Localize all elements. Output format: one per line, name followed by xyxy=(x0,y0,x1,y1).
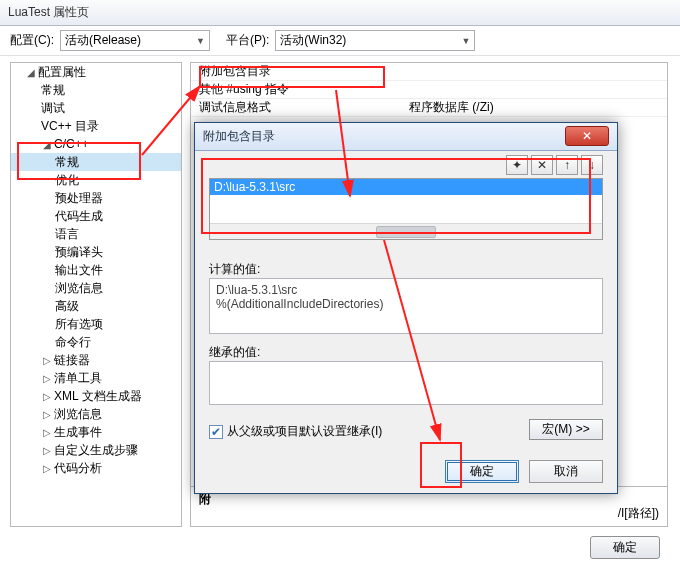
ok-button[interactable]: 确定 xyxy=(590,536,660,559)
collapse-icon: ◢ xyxy=(25,67,36,78)
dialog-titlebar[interactable]: 附加包含目录 xyxy=(195,123,617,151)
tree-item[interactable]: 常规 xyxy=(11,81,181,99)
tree-cc-root[interactable]: ◢C/C++ xyxy=(11,135,181,153)
tree-item-selected[interactable]: 常规 xyxy=(11,153,181,171)
dialog-cancel-button[interactable]: 取消 xyxy=(529,460,603,483)
tree-item[interactable]: 代码生成 xyxy=(11,207,181,225)
tree-item[interactable]: ▷生成事件 xyxy=(11,423,181,441)
expand-icon: ▷ xyxy=(41,409,52,420)
close-icon: ✕ xyxy=(582,129,592,143)
prop-value: 程序数据库 (/Zi) xyxy=(409,99,494,116)
new-folder-icon: ✦ xyxy=(512,158,522,172)
inherited-label: 继承的值: xyxy=(209,344,260,361)
prop-row[interactable]: 其他 #using 指令 xyxy=(191,81,667,99)
tree-item[interactable]: ▷浏览信息 xyxy=(11,405,181,423)
arrow-down-icon: ↓ xyxy=(589,158,595,172)
prop-row[interactable]: 调试信息格式 程序数据库 (/Zi) xyxy=(191,99,667,117)
tree-item[interactable]: 优化 xyxy=(11,171,181,189)
tree-item[interactable]: ▷自定义生成步骤 xyxy=(11,441,181,459)
platform-combo[interactable]: 活动(Win32) ▼ xyxy=(275,30,475,51)
window-title: LuaTest 属性页 xyxy=(8,4,89,21)
tree-item[interactable]: ▷XML 文档生成器 xyxy=(11,387,181,405)
delete-line-button[interactable]: ✕ xyxy=(531,155,553,175)
button-row: 确定 xyxy=(590,536,660,559)
dialog-button-row: 确定 取消 xyxy=(445,460,603,483)
inherit-checkbox-row[interactable]: ✔ 从父级或项目默认设置继承(I) xyxy=(209,423,382,440)
arrow-up-icon: ↑ xyxy=(564,158,570,172)
expand-icon: ▷ xyxy=(41,355,52,366)
calc-line: D:\lua-5.3.1\src xyxy=(216,283,596,297)
expand-icon: ▷ xyxy=(41,427,52,438)
config-label: 配置(C): xyxy=(10,32,54,49)
calculated-label: 计算的值: xyxy=(209,261,260,278)
tree-item[interactable]: ▷清单工具 xyxy=(11,369,181,387)
delete-icon: ✕ xyxy=(537,158,547,172)
checkbox-label: 从父级或项目默认设置继承(I) xyxy=(227,423,382,440)
list-item-selected[interactable]: D:\lua-5.3.1\src xyxy=(210,179,602,195)
tree-item[interactable]: 调试 xyxy=(11,99,181,117)
tree-item[interactable]: VC++ 目录 xyxy=(11,117,181,135)
dialog-title: 附加包含目录 xyxy=(203,128,275,145)
close-button[interactable]: ✕ xyxy=(565,126,609,146)
calc-line: %(AdditionalIncludeDirectories) xyxy=(216,297,596,311)
scroll-thumb[interactable] xyxy=(376,226,436,238)
new-line-button[interactable]: ✦ xyxy=(506,155,528,175)
tree-item[interactable]: 输出文件 xyxy=(11,261,181,279)
horizontal-scrollbar[interactable] xyxy=(210,223,602,239)
tree-item[interactable]: 预编译头 xyxy=(11,243,181,261)
calculated-box: D:\lua-5.3.1\src %(AdditionalIncludeDire… xyxy=(209,278,603,334)
move-down-button[interactable]: ↓ xyxy=(581,155,603,175)
expand-icon: ▷ xyxy=(41,373,52,384)
tree-item[interactable]: 高级 xyxy=(11,297,181,315)
prop-key: 调试信息格式 xyxy=(199,99,409,116)
expand-icon: ▷ xyxy=(41,463,52,474)
dialog-toolbar: ✦ ✕ ↑ ↓ xyxy=(506,155,603,175)
prop-row[interactable]: 附加包含目录 xyxy=(191,63,667,81)
directories-listbox[interactable]: D:\lua-5.3.1\src xyxy=(209,178,603,240)
include-dirs-dialog: 附加包含目录 ✕ ✦ ✕ ↑ ↓ D:\lua-5.3.1\src 计算的值: … xyxy=(194,122,618,494)
config-combo[interactable]: 活动(Release) ▼ xyxy=(60,30,210,51)
platform-value: 活动(Win32) xyxy=(280,32,457,49)
prop-key: 其他 #using 指令 xyxy=(199,81,409,98)
chevron-down-icon: ▼ xyxy=(457,36,470,46)
check-icon: ✔ xyxy=(211,425,221,439)
tree-item[interactable]: 预处理器 xyxy=(11,189,181,207)
tree-item[interactable]: 所有选项 xyxy=(11,315,181,333)
tree-root[interactable]: ◢配置属性 xyxy=(11,63,181,81)
tree-item[interactable]: 命令行 xyxy=(11,333,181,351)
tree-item[interactable]: ▷代码分析 xyxy=(11,459,181,477)
config-value: 活动(Release) xyxy=(65,32,192,49)
collapse-icon: ◢ xyxy=(41,139,52,150)
expand-icon: ▷ xyxy=(41,391,52,402)
tree-item[interactable]: 浏览信息 xyxy=(11,279,181,297)
config-tree[interactable]: ◢配置属性 常规 调试 VC++ 目录 ◢C/C++ 常规 优化 预处理器 代码… xyxy=(10,62,182,527)
tree-item[interactable]: ▷链接器 xyxy=(11,351,181,369)
window-titlebar: LuaTest 属性页 xyxy=(0,0,680,26)
hint-prefix: 附 xyxy=(199,492,211,506)
move-up-button[interactable]: ↑ xyxy=(556,155,578,175)
config-row: 配置(C): 活动(Release) ▼ 平台(P): 活动(Win32) ▼ xyxy=(0,26,680,56)
inherited-box xyxy=(209,361,603,405)
dialog-ok-button[interactable]: 确定 xyxy=(445,460,519,483)
tree-item[interactable]: 语言 xyxy=(11,225,181,243)
checkbox-checked[interactable]: ✔ xyxy=(209,425,223,439)
prop-key: 附加包含目录 xyxy=(199,63,409,80)
macro-button[interactable]: 宏(M) >> xyxy=(529,419,603,440)
hint-suffix: /I[路径]) xyxy=(618,505,659,522)
chevron-down-icon: ▼ xyxy=(192,36,205,46)
expand-icon: ▷ xyxy=(41,445,52,456)
platform-label: 平台(P): xyxy=(226,32,269,49)
